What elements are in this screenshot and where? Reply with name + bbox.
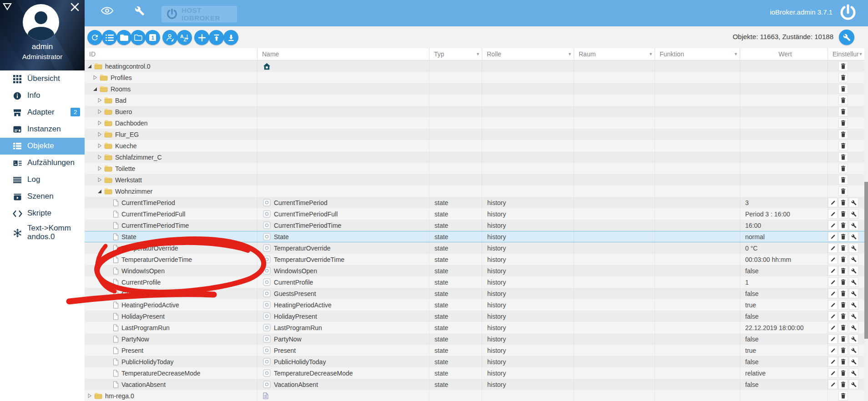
table-row-vacationabsent[interactable]: VacationAbsentVacationAbsentstatehistory… — [85, 379, 864, 390]
table-row-werkstatt[interactable]: Werkstatt — [85, 174, 864, 185]
sidebar-item-text-kommandos-0[interactable]: Text->Kommandos.0 — [0, 222, 85, 244]
table-row-heatingperiodactive[interactable]: HeatingPeriodActiveHeatingPeriodActivest… — [85, 299, 864, 311]
collapse-arrow-icon[interactable] — [96, 189, 103, 194]
column-header-rolle[interactable]: Rolle▼ — [482, 48, 574, 60]
delete-object-button[interactable] — [838, 255, 848, 264]
edit-object-button[interactable] — [828, 266, 838, 276]
config-object-button[interactable] — [849, 380, 858, 389]
edit-object-button[interactable] — [828, 255, 838, 264]
config-object-button[interactable] — [849, 346, 858, 355]
table-row-toilette[interactable]: Toilette — [85, 163, 864, 174]
expand-arrow-icon[interactable] — [96, 109, 103, 114]
table-row-wohnzimmer[interactable]: Wohnzimmer — [85, 185, 864, 197]
column-header-einstellur[interactable]: Einstellur▼ — [828, 48, 865, 60]
table-row-holidaypresent[interactable]: HolidayPresentHolidayPresentstatehistory… — [85, 311, 864, 322]
sidebar-item-objekte[interactable]: Objekte — [0, 138, 85, 155]
table-row-temperaturoverridetime[interactable]: TemperaturOverrideTimeTemperaturOverride… — [85, 254, 864, 265]
edit-object-button[interactable] — [828, 209, 838, 219]
table-row-currenttimeperiodtime[interactable]: CurrentTimePeriodTimeCurrentTimePeriodTi… — [85, 220, 864, 231]
delete-object-button[interactable] — [838, 95, 848, 105]
delete-object-button[interactable] — [838, 152, 848, 162]
table-row-publicholidytoday[interactable]: PublicHolidyTodayPublicHolidyTodaystateh… — [85, 356, 864, 367]
edit-object-button[interactable] — [828, 221, 838, 230]
delete-object-button[interactable] — [838, 118, 848, 128]
edit-object-button[interactable] — [828, 334, 838, 344]
filter-dropdown-icon[interactable]: ▼ — [476, 52, 480, 56]
delete-object-button[interactable] — [838, 334, 848, 344]
table-row-profiles[interactable]: Profiles — [85, 72, 864, 83]
delete-object-button[interactable] — [838, 357, 848, 366]
table-row-currenttimeperiodfull[interactable]: CurrentTimePeriodFullCurrentTimePeriodFu… — [85, 208, 864, 220]
edit-object-button[interactable] — [828, 198, 838, 207]
sidebar-item-skripte[interactable]: Skripte — [0, 205, 85, 222]
delete-object-button[interactable] — [838, 266, 848, 276]
expand-level-1-button[interactable]: 1 — [145, 30, 160, 45]
config-object-button[interactable] — [849, 300, 858, 310]
add-object-button[interactable] — [194, 30, 209, 45]
sort-az-button[interactable]: AZ — [177, 30, 192, 45]
table-row-flur-eg[interactable]: Flur_EG — [85, 129, 864, 140]
folder-closed-button[interactable] — [116, 30, 131, 45]
config-object-button[interactable] — [849, 232, 858, 241]
delete-object-button[interactable] — [838, 221, 848, 230]
menu-triangle-icon[interactable] — [3, 3, 12, 13]
delete-object-button[interactable] — [838, 84, 848, 94]
config-object-button[interactable] — [849, 289, 858, 298]
edit-object-button[interactable] — [828, 289, 838, 298]
delete-object-button[interactable] — [838, 164, 848, 173]
delete-object-button[interactable] — [838, 311, 848, 321]
refresh-button[interactable] — [87, 30, 102, 45]
delete-object-button[interactable] — [838, 141, 848, 150]
sidebar-item-aufz-hlungen[interactable]: Aufzählungen — [0, 155, 85, 171]
edit-object-button[interactable] — [828, 357, 838, 366]
table-row-lastprogramrun[interactable]: LastProgramRunLastProgramRunstatehistory… — [85, 322, 864, 333]
wrench-icon[interactable] — [135, 6, 145, 18]
config-object-button[interactable] — [849, 311, 858, 321]
config-object-button[interactable] — [849, 266, 858, 276]
table-row-heatingcontrol-0[interactable]: heatingcontrol.0 — [85, 60, 864, 72]
expand-arrow-icon[interactable] — [96, 166, 103, 171]
expand-arrow-icon[interactable] — [92, 75, 98, 80]
table-row-present[interactable]: PresentPresentstatehistorytrue — [85, 345, 864, 356]
delete-object-button[interactable] — [838, 61, 848, 71]
delete-object-button[interactable] — [838, 300, 848, 310]
table-row-currenttimeperiod[interactable]: CurrentTimePeriodCurrentTimePeriodstateh… — [85, 197, 864, 208]
collapse-arrow-icon[interactable] — [92, 87, 98, 91]
table-row-hm-rega-0[interactable]: hm-rega.0 — [85, 390, 864, 401]
column-header-typ[interactable]: Typ▼ — [429, 48, 482, 60]
table-row-rooms[interactable]: Rooms — [85, 83, 864, 95]
table-row-buero[interactable]: Buero — [85, 106, 864, 117]
close-icon[interactable] — [71, 3, 79, 13]
table-row-guestspresent[interactable]: GuestsPresentGuestsPresentstatehistoryfa… — [85, 288, 864, 299]
edit-object-button[interactable] — [828, 300, 838, 310]
table-row-schlafzimmer-c[interactable]: Schlafzimmer_C — [85, 151, 864, 163]
config-object-button[interactable] — [849, 243, 858, 253]
columns-settings-button[interactable] — [839, 30, 854, 45]
delete-object-button[interactable] — [838, 198, 848, 207]
sidebar-item-szenen[interactable]: Szenen — [0, 188, 85, 205]
list-view-button[interactable] — [102, 30, 117, 45]
delete-object-button[interactable] — [838, 368, 848, 378]
delete-object-button[interactable] — [838, 73, 848, 82]
edit-object-button[interactable] — [828, 243, 838, 253]
config-object-button[interactable] — [849, 323, 858, 332]
table-row-dachboden[interactable]: Dachboden — [85, 117, 864, 129]
config-object-button[interactable] — [849, 221, 858, 230]
edit-object-button[interactable] — [828, 323, 838, 332]
delete-object-button[interactable] — [838, 232, 848, 241]
config-object-button[interactable] — [849, 277, 858, 287]
filter-dropdown-icon[interactable]: ▼ — [649, 52, 653, 56]
table-row-kueche[interactable]: Kueche — [85, 140, 864, 151]
sidebar-item-instanzen[interactable]: Instanzen — [0, 121, 85, 138]
folder-open-button[interactable] — [131, 30, 146, 45]
delete-object-button[interactable] — [838, 277, 848, 287]
delete-object-button[interactable] — [838, 391, 848, 401]
expand-arrow-icon[interactable] — [96, 132, 103, 137]
delete-object-button[interactable] — [838, 346, 848, 355]
expand-arrow-icon[interactable] — [86, 393, 93, 398]
edit-object-button[interactable] — [828, 368, 838, 378]
edit-object-button[interactable] — [828, 380, 838, 389]
scrollbar-thumb[interactable] — [864, 182, 868, 339]
table-row-state[interactable]: StateStatestatehistorynormal — [85, 231, 864, 242]
sidebar-item-info[interactable]: Info — [0, 87, 85, 104]
